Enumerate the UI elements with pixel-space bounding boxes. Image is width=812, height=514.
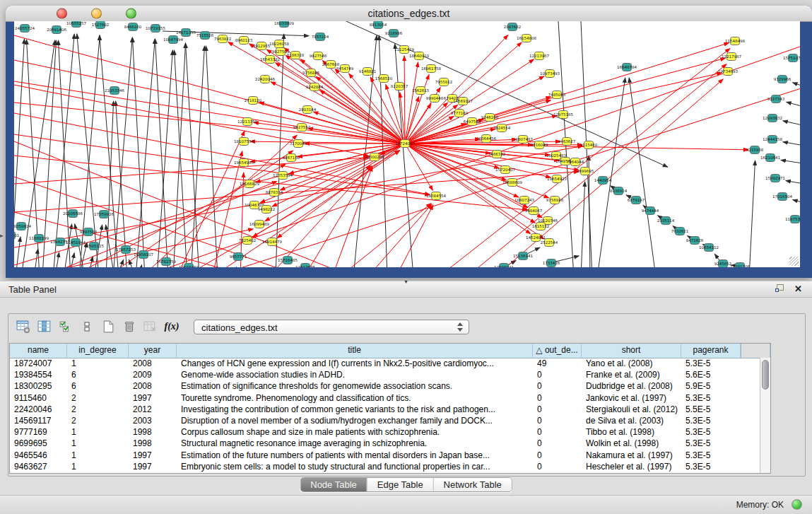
graph-node[interactable]: 16961758 xyxy=(421,65,441,73)
collapse-panel-arrow[interactable]: ▸ xyxy=(0,232,4,239)
graph-edge-selected[interactable] xyxy=(14,35,405,144)
graph-node[interactable]: 12217987 xyxy=(722,53,741,61)
graph-node[interactable]: 15992971 xyxy=(765,175,785,182)
graph-node[interactable]: 12353594 xyxy=(273,172,293,180)
delete-trash-icon[interactable] xyxy=(119,317,140,336)
graph-node[interactable]: 6216049 xyxy=(531,141,548,149)
graph-node[interactable]: 8454749 xyxy=(336,65,354,73)
graph-edge-selected[interactable] xyxy=(14,146,582,247)
graph-node[interactable]: 14671355 xyxy=(176,29,196,37)
network-window-titlebar[interactable]: citations_edges.txt xyxy=(6,6,812,22)
graph-node[interactable]: 16914479 xyxy=(262,238,282,246)
row-selector-icon[interactable] xyxy=(76,317,98,336)
graph-edge-selected[interactable] xyxy=(308,128,405,144)
graph-edge-selected[interactable] xyxy=(14,113,430,194)
graph-node[interactable]: 11612575 xyxy=(295,264,315,268)
graph-node[interactable]: 8878334 xyxy=(266,189,283,197)
graph-node[interactable]: 9990448 xyxy=(426,95,444,103)
graph-node[interactable]: 1568520 xyxy=(375,75,393,83)
graph-edge[interactable] xyxy=(155,39,168,267)
graph-node[interactable]: 18107554 xyxy=(234,138,254,146)
graph-edge[interactable] xyxy=(26,40,40,267)
graph-edge[interactable] xyxy=(781,160,800,165)
graph-edge-selected[interactable] xyxy=(141,42,800,267)
graph-node[interactable]: 12505125 xyxy=(84,243,104,250)
graph-node[interactable]: 7857224 xyxy=(312,33,329,41)
graph-edge[interactable] xyxy=(597,78,625,267)
graph-node[interactable]: 10688609 xyxy=(502,179,522,187)
graph-node[interactable]: 12444158 xyxy=(763,136,782,144)
graph-node[interactable]: 8267150 xyxy=(283,154,300,162)
graph-node[interactable]: 16210641 xyxy=(760,154,780,162)
graph-node[interactable]: 9827546 xyxy=(310,52,327,60)
float-panel-icon[interactable] xyxy=(775,284,784,292)
table-row[interactable]: 911546021997Tourette syndrome. Phenomeno… xyxy=(10,392,760,404)
column-header-short[interactable]: short xyxy=(582,344,681,358)
graph-node[interactable]: 12975185 xyxy=(553,111,573,119)
graph-edge[interactable] xyxy=(55,252,59,267)
graph-node[interactable]: 22420046 xyxy=(255,76,275,83)
graph-edge-selected[interactable] xyxy=(405,144,531,234)
graph-node[interactable]: 21053346 xyxy=(105,87,124,95)
table-row[interactable]: 1456911722003Disruption of a novel membe… xyxy=(10,415,760,426)
graph-node[interactable]: 16033809 xyxy=(274,21,294,28)
graph-edge-selected[interactable] xyxy=(367,204,432,267)
graph-node[interactable]: 15751074 xyxy=(783,54,800,62)
graph-node[interactable]: 12093832 xyxy=(763,115,782,122)
table-row[interactable]: 1830029562008Estimation of significance … xyxy=(10,380,760,392)
graph-node[interactable]: 16782759 xyxy=(156,258,176,266)
graph-node[interactable]: 17016504 xyxy=(772,193,792,201)
table-row[interactable]: 977716911998Corpus callosum shape and si… xyxy=(10,426,760,438)
graph-node[interactable]: 8813054 xyxy=(370,21,387,29)
tab-node-table[interactable]: Node Table xyxy=(300,478,367,491)
graph-node[interactable]: 9746266 xyxy=(481,114,499,122)
graph-node[interactable]: 12213359 xyxy=(237,118,257,126)
graph-node[interactable]: 18807243 xyxy=(514,197,534,204)
graph-node[interactable]: 11568199 xyxy=(29,235,49,243)
graph-node[interactable]: 9146821 xyxy=(359,68,377,76)
graph-node[interactable]: 9756928 xyxy=(546,197,564,204)
graph-edge[interactable] xyxy=(64,224,72,267)
graph-node[interactable]: 6879197 xyxy=(628,197,645,204)
graph-node[interactable]: 8466160 xyxy=(124,23,142,31)
graph-node[interactable]: 9498222 xyxy=(258,206,276,214)
graph-edge[interactable] xyxy=(58,40,71,267)
graph-edge[interactable] xyxy=(157,50,172,267)
graph-node[interactable]: 11291206 xyxy=(730,263,750,268)
graph-node[interactable]: 9463627 xyxy=(558,138,576,146)
tab-edge-table[interactable]: Edge Table xyxy=(367,478,433,491)
graph-node[interactable]: 12923468 xyxy=(179,264,199,268)
graph-node[interactable]: 1440954 xyxy=(594,177,612,185)
graph-node[interactable]: 8912955 xyxy=(253,42,271,50)
graph-node[interactable]: 1527602 xyxy=(92,21,110,29)
select-all-checks-icon[interactable] xyxy=(55,317,76,336)
column-header-name[interactable]: name xyxy=(10,344,67,358)
graph-node[interactable]: 3915901 xyxy=(14,232,19,240)
graph-node[interactable]: 16958107 xyxy=(134,251,153,259)
close-panel-icon[interactable]: ✕ xyxy=(794,284,802,294)
graph-node[interactable]: 9657771 xyxy=(230,253,247,261)
graph-edge-selected[interactable] xyxy=(405,144,544,239)
graph-node[interactable]: 11548498 xyxy=(725,37,745,45)
graph-edge[interactable] xyxy=(16,237,20,267)
graph-node[interactable]: 1733426 xyxy=(543,259,560,267)
graph-node[interactable]: 2087682 xyxy=(504,23,522,31)
graph-edge-selected[interactable] xyxy=(405,144,551,177)
graph-node[interactable]: 20691406 xyxy=(47,26,66,34)
column-header-in_degree[interactable]: in_degree xyxy=(67,344,129,358)
graph-edge-selected[interactable] xyxy=(404,56,405,144)
graph-node[interactable]: 18640910 xyxy=(409,52,429,60)
table-row[interactable]: 946554611997Estimation of the future num… xyxy=(10,450,760,461)
graph-node[interactable]: 9115460 xyxy=(580,141,598,149)
graph-node[interactable]: 2803144 xyxy=(299,106,317,114)
graph-node[interactable]: 2522544 xyxy=(541,239,558,247)
graph-node[interactable]: 9684067 xyxy=(525,207,543,215)
graph-edge[interactable] xyxy=(793,199,800,205)
graph-node[interactable]: 8960123 xyxy=(235,37,253,45)
table-row[interactable]: 946362711997Embryonic stem cells: a mode… xyxy=(10,461,760,472)
graph-edge[interactable] xyxy=(191,46,204,267)
table-scrollbar[interactable] xyxy=(760,358,770,473)
graph-node[interactable]: 11875300 xyxy=(785,216,800,223)
graph-node[interactable]: 1615132 xyxy=(532,223,550,230)
graph-node[interactable]: 9329966 xyxy=(774,76,792,83)
